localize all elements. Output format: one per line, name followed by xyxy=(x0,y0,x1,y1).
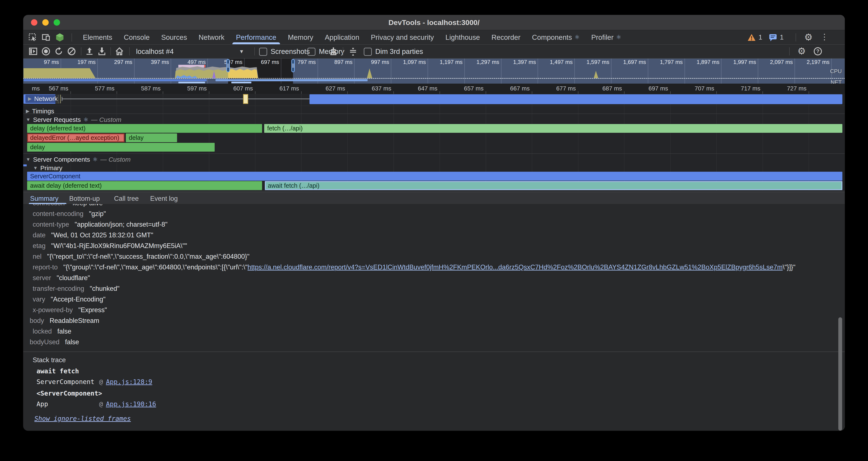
perf-entry-bar[interactable]: ServerComponent xyxy=(27,172,842,181)
show-ignore-listed-frames-link[interactable]: Show ignore-listed frames xyxy=(34,415,131,422)
property-key: nel xyxy=(33,252,41,261)
toggle-sidebar-icon[interactable] xyxy=(28,47,38,56)
property-key: report-to xyxy=(33,263,58,271)
network-request-bar[interactable] xyxy=(309,94,842,104)
dim-3rd-parties-checkbox[interactable] xyxy=(364,48,372,56)
tab-recorder[interactable]: Recorder xyxy=(486,30,526,44)
selection-right-handle[interactable] xyxy=(291,59,295,72)
history-dropdown-label[interactable]: localhost #4 xyxy=(136,45,174,58)
tab-application[interactable]: Application xyxy=(319,30,365,44)
node-icon[interactable] xyxy=(55,33,64,42)
divider xyxy=(796,33,796,41)
chevron-down-icon[interactable]: ▼ xyxy=(239,49,244,55)
track-server-components[interactable]: ▼ Server Components ⚛ — Custom xyxy=(26,156,131,163)
memory-checkbox[interactable] xyxy=(307,48,315,56)
property-value: "Wed, 01 Oct 2025 18:32:01 GMT" xyxy=(51,231,153,239)
overview-tick-label: 1,597 ms xyxy=(587,59,609,65)
issues-count: 1 xyxy=(780,33,784,41)
record-and-reload-icon[interactable] xyxy=(54,47,63,56)
selection-left-handle[interactable] xyxy=(226,59,230,72)
bottom-tab-event-log[interactable]: Event log xyxy=(150,193,178,204)
ruler-tick-label: 577 ms xyxy=(95,85,115,92)
tab-lighthouse[interactable]: Lighthouse xyxy=(440,30,486,44)
disclosure-down-icon[interactable]: ▼ xyxy=(26,157,31,162)
frame-function: await fetch xyxy=(36,367,99,375)
perf-entry-bar[interactable]: delayedError (…ayed exception) xyxy=(27,134,125,142)
tab-console[interactable]: Console xyxy=(118,30,155,44)
dim-3rd-parties-label[interactable]: Dim 3rd parties xyxy=(375,45,423,58)
inspect-element-icon[interactable] xyxy=(28,33,37,42)
kebab-menu-icon[interactable]: ⋮ xyxy=(820,32,829,41)
tab-sources[interactable]: Sources xyxy=(155,30,193,44)
tab-performance[interactable]: Performance xyxy=(230,30,282,44)
disclosure-down-icon[interactable]: ▼ xyxy=(33,165,38,171)
performance-toolbar: localhost #4 ▼ Screenshots Memory Dim 3r… xyxy=(23,45,845,59)
ruler-tick-label: 657 ms xyxy=(464,85,484,92)
tab-components[interactable]: Components⚛ xyxy=(526,30,585,44)
track-primary[interactable]: ▼ Primary xyxy=(33,165,62,172)
help-icon[interactable]: ? xyxy=(813,47,823,56)
overview-tick-label: 1,797 ms xyxy=(660,59,683,65)
report-url-link[interactable]: https://a.nel.cloudflare.com/report/v4?s… xyxy=(248,263,782,271)
titlebar: DevTools - localhost:3000/ xyxy=(23,15,845,30)
overview-tick-label: 1,697 ms xyxy=(623,59,646,65)
bottom-tab-bottom-up[interactable]: Bottom-up xyxy=(69,193,100,204)
property-value: "gzip" xyxy=(89,209,106,218)
perf-entry-bar[interactable]: delay xyxy=(126,134,177,142)
capture-settings-gear-icon[interactable]: ⚙ xyxy=(798,46,806,56)
device-toolbar-icon[interactable] xyxy=(42,33,51,42)
frame-function: ServerComponent xyxy=(36,378,99,386)
property-value: "W/\"4b1-RjEJloX9kRinu6F0MAZMmy6E5iA\"" xyxy=(51,241,187,250)
perf-entry-bar[interactable]: delay xyxy=(27,143,215,152)
record-icon[interactable] xyxy=(41,47,51,56)
tab-network[interactable]: Network xyxy=(193,30,230,44)
screenshots-checkbox[interactable] xyxy=(259,48,267,56)
divider xyxy=(81,47,82,55)
clear-icon[interactable] xyxy=(67,47,76,56)
disclosure-right-icon[interactable]: ▶ xyxy=(28,96,32,102)
disclosure-down-icon[interactable]: ▼ xyxy=(26,117,31,122)
timeline-overview[interactable]: 97 ms197 ms297 ms397 ms497 ms597 ms697 m… xyxy=(23,59,845,84)
screenshots-label[interactable]: Screenshots xyxy=(271,45,310,58)
net-strip-label: NET xyxy=(831,79,842,84)
perf-entry-bar[interactable]: await fetch (…/api) xyxy=(265,181,842,190)
disclosure-right-icon[interactable]: ▶ xyxy=(26,108,29,114)
property-value: "Accept-Encoding" xyxy=(51,295,105,304)
property-row: x-powered-by"Express" xyxy=(23,306,823,314)
property-key: date xyxy=(33,231,45,239)
perf-entry-bar[interactable]: fetch (…/api) xyxy=(264,124,842,133)
save-profile-icon[interactable] xyxy=(97,47,106,56)
track-server-requests[interactable]: ▼ Server Requests ⚛ — Custom xyxy=(26,116,121,123)
load-profile-icon[interactable] xyxy=(85,47,94,56)
perf-entry-bar[interactable]: await delay (deferred text) xyxy=(27,181,262,190)
track-network[interactable]: ▶ Network xyxy=(25,95,60,103)
ruler-tick xyxy=(578,91,578,94)
bottom-tab-summary[interactable]: Summary xyxy=(30,193,59,204)
tab-memory[interactable]: Memory xyxy=(282,30,319,44)
perf-entry-bar[interactable]: delay (deferred text) xyxy=(27,124,262,133)
collapse-sections-icon[interactable] xyxy=(348,47,358,56)
property-row: lockedfalse xyxy=(23,327,823,336)
warnings-indicator[interactable]: 1 xyxy=(747,30,762,44)
overview-net-bar xyxy=(231,82,251,83)
settings-gear-icon[interactable]: ⚙ xyxy=(804,32,813,42)
tab-privacy-and-security[interactable]: Privacy and security xyxy=(365,30,439,44)
issues-indicator[interactable]: 1 xyxy=(769,30,784,44)
ruler-tick-label: 727 ms xyxy=(787,85,806,92)
source-location-link[interactable]: App.js:128:9 xyxy=(106,378,152,385)
property-row: date"Wed, 01 Oct 2025 18:32:01 GMT" xyxy=(23,231,823,239)
ruler-tick xyxy=(716,91,717,94)
tab-profiler[interactable]: Profiler⚛ xyxy=(585,30,627,44)
home-icon[interactable] xyxy=(115,47,124,56)
devtools-tabbar: ElementsConsoleSourcesNetworkPerformance… xyxy=(23,30,845,45)
tab-elements[interactable]: Elements xyxy=(77,30,118,44)
property-key: bodyUsed xyxy=(30,338,60,346)
scrollbar-thumb[interactable] xyxy=(838,317,842,431)
garbage-collect-icon[interactable] xyxy=(329,47,338,56)
network-queueing-block[interactable] xyxy=(243,94,248,104)
scrollbar[interactable] xyxy=(838,317,842,431)
stack-frame-async-label: await fetch xyxy=(36,367,99,375)
bottom-tab-call-tree[interactable]: Call tree xyxy=(114,193,138,204)
overview-tick-label: 797 ms xyxy=(298,59,316,65)
source-location-link[interactable]: App.js:190:16 xyxy=(106,400,156,408)
